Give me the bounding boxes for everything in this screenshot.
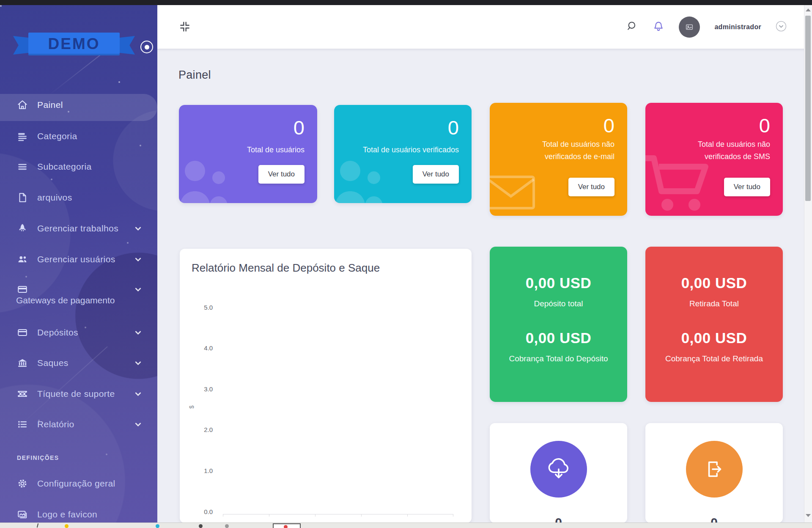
chevron-down-icon [134, 256, 142, 265]
user-name[interactable]: administrador [714, 23, 761, 31]
scroll-up-arrow-icon[interactable] [806, 8, 811, 11]
sidebar-item-depositos[interactable]: Depósitos [0, 322, 157, 343]
sidebar-item-label: Subcategoria [37, 162, 92, 172]
toggle-dot [145, 45, 149, 50]
y-axis-label: $ [188, 405, 195, 409]
y-tick-label: 1.0 [192, 467, 213, 474]
list-icon [17, 419, 28, 430]
page-title: Painel [178, 69, 211, 82]
stat-label: Total de usuários não verificados de e-m… [513, 138, 614, 163]
sidebar-item-logo-e-favicon[interactable]: Logo e favicon [0, 504, 157, 523]
chevron-down-icon[interactable] [776, 21, 787, 33]
taskbar-icon [225, 524, 229, 528]
scroll-down-arrow-icon[interactable] [806, 514, 811, 517]
sidebar-item-gerenciar-trabalhos[interactable]: Gerenciar trabalhos [0, 218, 157, 239]
withdraw-total-label: Retirada Total [660, 297, 768, 310]
sidebar-item-saques[interactable]: Saques [0, 353, 157, 373]
users-icon [17, 254, 28, 265]
stat-card-usuarios-verificados: 0 Total de usuários verificados Ver tudo [334, 105, 472, 203]
stat-card-nao-verificados-email: 0 Total de usuários não verificados de e… [490, 103, 627, 216]
star-decoration [0, 5, 2, 7]
scrollbar[interactable] [804, 5, 812, 523]
stat-label: Total de usuários [203, 144, 304, 156]
demo-ribbon-logo: DEMO [11, 24, 137, 58]
ver-tudo-button[interactable]: Ver tudo [413, 165, 459, 184]
deposit-summary-card: 0,00 USD Depósito total 0,00 USD Cobranç… [490, 247, 627, 402]
home-icon [17, 99, 28, 110]
x-tick [361, 514, 362, 517]
sidebar-item-painel[interactable]: Painel [0, 95, 157, 115]
taskbar-icon [65, 524, 69, 528]
sidebar-item-label: Depósitos [37, 327, 78, 338]
deposit-count: 0 [490, 515, 627, 523]
image-icon [17, 509, 28, 520]
stat-label: Total de usuários não verificados de SMS [669, 138, 770, 163]
users-silhouette-icon [334, 153, 400, 203]
stat-value: 0 [759, 114, 770, 137]
deposit-total-label: Depósito total [504, 297, 613, 310]
monthly-report-chart-card: Relatório Mensal de Depósito e Saque 5.0… [180, 249, 472, 523]
sidebar-item-label[interactable]: Gateways de pagamento [16, 295, 115, 305]
ver-tudo-button[interactable]: Ver tudo [568, 178, 614, 196]
stat-value: 0 [448, 116, 459, 139]
x-tick [269, 514, 269, 517]
y-tick-label: 2.0 [192, 426, 213, 433]
ribbon-band: DEMO [28, 33, 120, 55]
sidebar-section-definicoes: DEFINIÇÕES [17, 454, 59, 461]
sidebar-item-label: Saques [37, 358, 69, 368]
sidebar-toggle-button[interactable] [140, 41, 153, 53]
deposit-circle-button[interactable] [530, 441, 587, 498]
ver-tudo-button[interactable]: Ver tudo [724, 178, 770, 196]
avatar[interactable] [679, 16, 700, 38]
withdraw-circle-button[interactable] [686, 441, 743, 498]
sidebar-item-label: Painel [37, 100, 63, 110]
deposit-action-card: 0 [490, 423, 627, 523]
header-right-cluster: administrador [626, 5, 787, 49]
sidebar-item-relatorio[interactable]: Relatório [0, 414, 157, 434]
y-tick-label: 0.0 [192, 508, 213, 515]
chart-title: Relatório Mensal de Depósito e Saque [192, 261, 380, 275]
chevron-down-icon [134, 421, 142, 430]
bell-icon[interactable] [653, 20, 664, 34]
menu-icon [17, 161, 28, 172]
os-taskbar[interactable] [0, 522, 812, 528]
ticket-icon [17, 388, 28, 399]
x-axis-line [223, 514, 453, 514]
sidebar-item-label: Relatório [37, 419, 74, 429]
deposit-total-amount: 0,00 USD [504, 275, 613, 292]
stat-card-nao-verificados-sms: 0 Total de usuários não verificados de S… [645, 103, 783, 216]
x-tick [223, 514, 223, 517]
taskbar-icon [199, 524, 203, 528]
envelope-silhouette-icon [490, 168, 546, 216]
category-icon [17, 131, 28, 142]
deposit-charge-amount: 0,00 USD [504, 330, 613, 346]
chevron-down-icon [134, 329, 142, 338]
credit-card-icon [17, 284, 28, 295]
sidebar-item-tiquete-de-suporte[interactable]: Tíquete de suporte [0, 384, 157, 404]
y-tick-label: 4.0 [192, 344, 213, 352]
cloud-download-icon [546, 456, 572, 482]
credit-card-icon [17, 327, 28, 338]
sidebar-item-subcategoria[interactable]: Subcategoria [0, 157, 157, 177]
scrollbar-thumb[interactable] [805, 16, 811, 201]
withdraw-charge-amount: 0,00 USD [660, 330, 768, 346]
sidebar-item-configuracao-geral[interactable]: Configuração geral [0, 473, 157, 494]
deposit-charge-label: Cobrança Total do Depósito [504, 352, 613, 365]
spacer [504, 310, 613, 330]
sidebar-item-gerenciar-usuarios[interactable]: Gerenciar usuários [0, 249, 157, 270]
sidebar: DEMO Painel Categoria Subcategoria [0, 5, 157, 523]
compress-icon[interactable] [178, 20, 191, 35]
chevron-down-icon [134, 286, 142, 295]
chevron-down-icon [134, 390, 142, 399]
withdraw-charge-label: Cobrança Total de Retirada [660, 352, 768, 365]
search-icon[interactable] [626, 20, 638, 34]
logo-text: DEMO [48, 35, 100, 53]
sidebar-item-label: Configuração geral [37, 478, 115, 489]
top-header: administrador [157, 5, 812, 49]
gear-icon [17, 478, 28, 489]
withdraw-total-amount: 0,00 USD [660, 275, 768, 292]
y-tick-label: 3.0 [192, 385, 213, 393]
sidebar-item-arquivos[interactable]: arquivos [0, 187, 157, 208]
ver-tudo-button[interactable]: Ver tudo [258, 165, 304, 184]
sidebar-item-categoria[interactable]: Categoria [0, 126, 157, 146]
